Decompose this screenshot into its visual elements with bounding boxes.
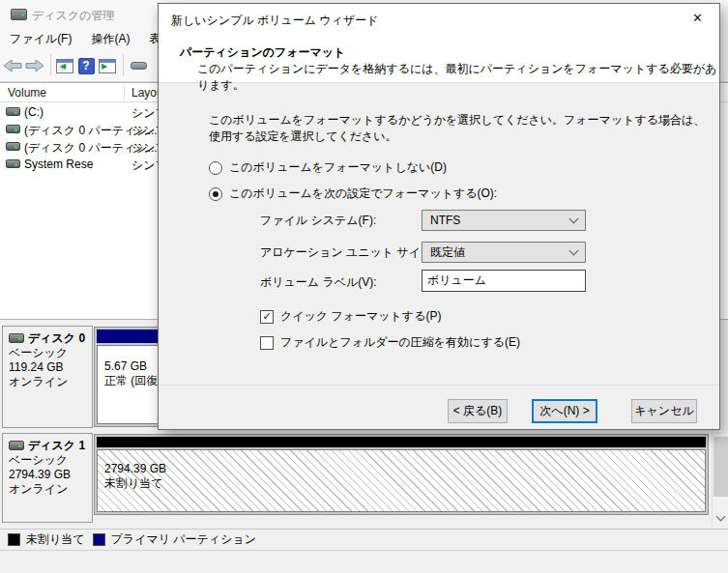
partition-size: 2794.39 GB: [104, 462, 705, 476]
radio-label: このボリュームを次の設定でフォーマットする(O):: [229, 186, 497, 202]
radio-do-not-format[interactable]: このボリュームをフォーマットしない(D): [209, 159, 447, 176]
footer-separator: [159, 385, 719, 386]
drive-icon: [6, 107, 20, 116]
back-wizard-button[interactable]: < 戻る(B): [448, 399, 508, 423]
dialog-header-area: 新しいシンプル ボリューム ウィザード ✕ パーティションのフォーマット このパ…: [159, 4, 719, 83]
tool-button[interactable]: [127, 54, 150, 77]
scrollbar-down-button[interactable]: [713, 510, 728, 527]
column-separator[interactable]: [124, 85, 125, 100]
toolbar-separator: [123, 54, 124, 75]
allocation-unit-value: 既定値: [430, 244, 465, 261]
page-subtitle: このパーティションにデータを格納するには、最初にパーティションをフォーマットする…: [197, 61, 719, 94]
drive-icon: [6, 159, 20, 168]
primary-partition-legend-swatch: [93, 533, 105, 546]
chevron-down-icon: [716, 512, 726, 522]
disk1-partition[interactable]: 2794.39 GB 未割り当て: [94, 434, 709, 515]
disk1-info-panel: ディスク 1 ベーシック 2794.39 GB オンライン: [2, 433, 93, 523]
volume-label-input[interactable]: [422, 270, 586, 292]
disk0-status: オンライン: [9, 375, 86, 389]
volume-name: (C:): [24, 105, 44, 119]
toolbar-separator: [50, 54, 51, 75]
radio-format-with-settings[interactable]: このボリュームを次の設定でフォーマットする(O):: [209, 186, 497, 202]
scrollbar-thumb[interactable]: [713, 437, 728, 497]
menu-action[interactable]: 操作(A): [81, 29, 139, 49]
radio-label: このボリュームをフォーマットしない(D): [229, 159, 447, 176]
checkbox-checked-icon: ✓: [260, 310, 274, 324]
radio-icon: [209, 161, 222, 175]
unallocated-legend-label: 未割り当て: [26, 531, 85, 548]
drive-icon: [6, 142, 20, 151]
disk0-type: ベーシック: [9, 346, 86, 360]
back-arrow-icon: [3, 59, 22, 72]
file-system-label: ファイル システム(F):: [260, 213, 376, 229]
quick-format-checkbox[interactable]: ✓ クイック フォーマットする(P): [260, 308, 441, 325]
disk0-size: 119.24 GB: [9, 360, 86, 375]
tool-icon: [131, 62, 147, 70]
close-icon: ✕: [692, 11, 703, 25]
disk0-info-panel: ディスク 0 ベーシック 119.24 GB オンライン: [2, 326, 93, 428]
unallocated-legend-swatch: [8, 533, 20, 546]
drive-icon: [6, 125, 20, 133]
action-pane-icon: ▶: [99, 59, 116, 73]
new-simple-volume-wizard-dialog: 新しいシンプル ボリューム ウィザード ✕ パーティションのフォーマット このパ…: [158, 3, 720, 430]
help-icon: ?: [78, 58, 95, 74]
page-title: パーティションのフォーマット: [180, 44, 345, 61]
help-button[interactable]: ?: [74, 54, 98, 77]
disk1-partition-bar: [97, 437, 706, 447]
disk-management-screen: ディスクの管理 ファイル(F) 操作(A) 表示(V) ◀ ? ▶ Volume: [0, 0, 728, 573]
file-system-value: NTFS: [430, 214, 460, 227]
forward-button[interactable]: [23, 54, 46, 77]
disk1-type: ベーシック: [9, 453, 86, 468]
status-bar: [0, 550, 728, 573]
disk-icon: [9, 333, 24, 343]
format-instructions: このボリュームをフォーマットするかどうかを選択してください。フォーマットする場合…: [209, 112, 713, 145]
back-button[interactable]: [1, 54, 24, 77]
column-header-volume[interactable]: Volume: [8, 86, 46, 100]
disk-icon: [9, 441, 24, 450]
partition-status: 未割り当て: [104, 476, 705, 491]
forward-arrow-icon: [25, 59, 44, 72]
menu-file[interactable]: ファイル(F): [0, 29, 81, 49]
window-title: ディスクの管理: [32, 8, 114, 24]
chevron-down-icon: [569, 214, 579, 223]
volume-label-label: ボリューム ラベル(V):: [260, 274, 377, 291]
disk-management-app-icon: [11, 9, 27, 20]
disk1-name: ディスク 1: [9, 439, 86, 453]
checkbox-label: ファイルとフォルダーの圧縮を有効にする(E): [280, 334, 520, 351]
volume-name: System Rese: [24, 158, 93, 171]
checkbox-label: クイック フォーマットする(P): [280, 308, 441, 325]
close-button[interactable]: ✕: [676, 4, 719, 32]
cancel-wizard-button[interactable]: キャンセル: [631, 399, 697, 423]
chevron-down-icon: [569, 245, 579, 255]
disk1-status: オンライン: [9, 482, 86, 497]
primary-partition-legend-label: プライマリ パーティション: [111, 531, 256, 548]
enable-compression-checkbox[interactable]: ファイルとフォルダーの圧縮を有効にする(E): [260, 334, 520, 351]
action-pane-button[interactable]: ▶: [96, 54, 119, 77]
dialog-title: 新しいシンプル ボリューム ウィザード: [171, 13, 379, 29]
console-tree-button[interactable]: ◀: [53, 54, 76, 77]
radio-selected-icon: [209, 187, 222, 201]
partition-legend: 未割り当て プライマリ パーティション: [0, 529, 728, 550]
disk1-size: 2794.39 GB: [9, 468, 86, 482]
disk0-name: ディスク 0: [9, 331, 86, 346]
disk1-partition-body: 2794.39 GB 未割り当て: [97, 449, 706, 512]
checkbox-unchecked-icon: [260, 336, 274, 350]
next-wizard-button[interactable]: 次へ(N) >: [532, 399, 597, 423]
allocation-unit-select[interactable]: 既定値: [422, 242, 586, 263]
console-tree-icon: ◀: [56, 59, 73, 73]
file-system-select[interactable]: NTFS: [422, 210, 586, 231]
